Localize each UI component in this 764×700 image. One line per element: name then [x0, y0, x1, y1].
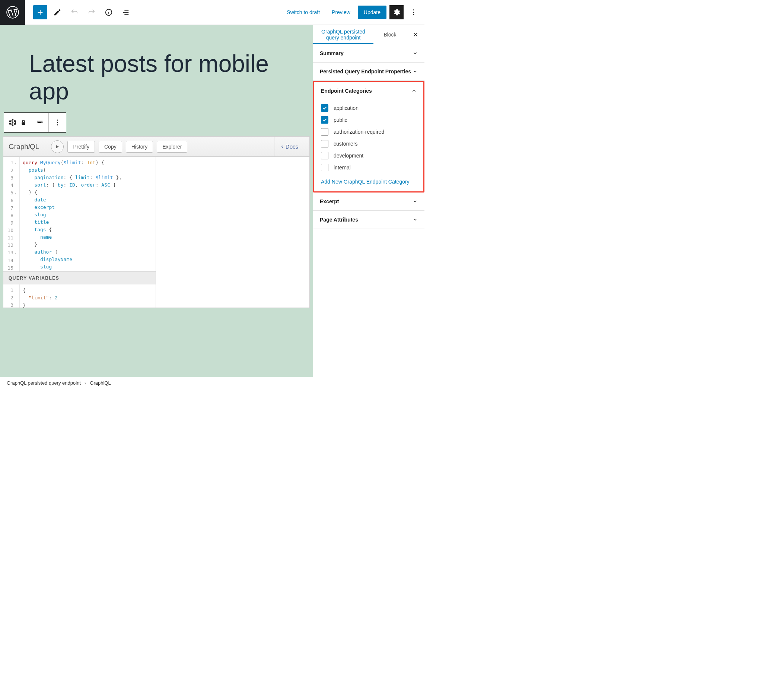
svg-point-13 [57, 122, 58, 123]
chevron-up-icon [412, 88, 416, 94]
close-icon [412, 31, 419, 38]
block-toolbar [4, 113, 66, 133]
list-icon [122, 8, 130, 16]
category-row: internal [321, 161, 416, 174]
docs-button[interactable]: Docs [274, 137, 304, 157]
breadcrumb: GraphQL persisted query endpoint › Graph… [0, 377, 424, 389]
category-row: application [321, 102, 416, 114]
category-checkbox[interactable] [321, 164, 329, 171]
panel-page-attrs: Page Attributes [313, 211, 424, 229]
chevron-down-icon [413, 51, 418, 56]
svg-rect-11 [22, 122, 25, 125]
gear-icon [393, 9, 400, 16]
execute-button[interactable] [51, 140, 64, 153]
chevron-left-icon [280, 144, 284, 149]
chevron-down-icon [413, 69, 418, 74]
breadcrumb-root[interactable]: GraphQL persisted query endpoint [7, 380, 81, 386]
toolbar-right: Switch to draft Preview Update [282, 5, 424, 19]
category-label[interactable]: authorization-required [333, 129, 384, 135]
chevron-down-icon [413, 199, 418, 204]
svg-point-3 [413, 12, 414, 13]
switch-to-draft-link[interactable]: Switch to draft [282, 6, 324, 18]
category-checkbox[interactable] [321, 116, 329, 124]
breadcrumb-current[interactable]: GraphiQL [90, 380, 111, 386]
graphql-icon [9, 118, 17, 127]
query-variables-editor[interactable]: 123 { "limit": 2 } [3, 285, 156, 308]
query-editor-pane: 1▾2345▾678910111213▾14151617181920 query… [3, 157, 156, 308]
category-row: authorization-required [321, 126, 416, 138]
tab-endpoint[interactable]: GraphQL persisted query endpoint [313, 25, 373, 44]
category-checkbox[interactable] [321, 128, 329, 136]
category-label[interactable]: development [333, 153, 363, 159]
svg-point-14 [57, 124, 58, 125]
query-editor[interactable]: 1▾2345▾678910111213▾14151617181920 query… [3, 157, 156, 271]
category-label[interactable]: application [333, 105, 359, 111]
more-vert-icon [53, 118, 61, 127]
preview-link[interactable]: Preview [327, 6, 355, 18]
category-checkbox[interactable] [321, 140, 329, 147]
panel-page-attrs-header[interactable]: Page Attributes [313, 211, 424, 229]
category-row: customers [321, 138, 416, 150]
explorer-button[interactable]: Explorer [157, 141, 187, 153]
category-label[interactable]: public [333, 117, 348, 123]
svg-point-2 [413, 9, 414, 11]
panel-properties-header[interactable]: Persisted Query Endpoint Properties [313, 63, 424, 80]
category-row: development [321, 150, 416, 161]
redo-button[interactable] [85, 5, 99, 19]
pencil-icon [53, 8, 61, 16]
info-icon [105, 8, 113, 16]
tools-button[interactable] [50, 5, 64, 19]
align-icon [36, 118, 44, 127]
close-sidebar-button[interactable] [407, 25, 424, 44]
panel-categories: Endpoint Categories applicationpublicaut… [313, 81, 424, 193]
category-checkbox[interactable] [321, 152, 329, 159]
outline-button[interactable] [119, 5, 133, 19]
info-button[interactable] [102, 5, 116, 19]
top-toolbar: Switch to draft Preview Update [0, 0, 424, 25]
editor-canvas[interactable]: Latest posts for mobile app GraphiQL Pre… [0, 25, 313, 377]
panel-summary-header[interactable]: Summary [313, 44, 424, 62]
update-button[interactable]: Update [358, 6, 387, 19]
undo-icon [70, 8, 78, 16]
panel-summary: Summary [313, 44, 424, 63]
align-cell[interactable] [31, 113, 49, 132]
results-pane [156, 157, 309, 308]
query-variables-header[interactable]: QUERY VARIABLES [3, 271, 156, 285]
lock-icon [20, 119, 27, 125]
panel-excerpt: Excerpt [313, 193, 424, 211]
add-block-button[interactable] [33, 5, 47, 19]
more-options-button[interactable] [407, 5, 421, 19]
svg-point-12 [57, 119, 58, 121]
graphiql-toolbar: GraphiQL Prettify Copy History Explorer … [3, 137, 309, 157]
breadcrumb-separator: › [85, 380, 86, 386]
wordpress-logo[interactable] [0, 0, 25, 25]
block-type-cell[interactable] [4, 113, 31, 132]
svg-point-4 [413, 14, 414, 15]
redo-icon [88, 8, 96, 16]
block-more-cell[interactable] [49, 113, 66, 132]
panel-categories-header[interactable]: Endpoint Categories [314, 82, 423, 100]
chevron-down-icon [413, 217, 418, 222]
panel-properties: Persisted Query Endpoint Properties [313, 63, 424, 81]
category-label[interactable]: customers [333, 141, 358, 147]
category-row: public [321, 114, 416, 126]
graphiql-logo: GraphiQL [9, 143, 39, 151]
settings-sidebar: GraphQL persisted query endpoint Block S… [313, 25, 424, 377]
toolbar-left [25, 5, 133, 19]
prettify-button[interactable]: Prettify [67, 141, 95, 153]
panel-excerpt-header[interactable]: Excerpt [313, 193, 424, 210]
history-button[interactable]: History [126, 141, 153, 153]
category-checkbox[interactable] [321, 104, 329, 112]
page-title[interactable]: Latest posts for mobile app [3, 28, 310, 113]
settings-button[interactable] [390, 5, 404, 19]
graphiql-block: GraphiQL Prettify Copy History Explorer … [3, 136, 310, 308]
category-label[interactable]: internal [333, 164, 351, 171]
add-category-link[interactable]: Add New GraphQL Endpoint Category [321, 179, 416, 185]
undo-button[interactable] [67, 5, 81, 19]
tab-block[interactable]: Block [373, 25, 407, 44]
sidebar-tabs: GraphQL persisted query endpoint Block [313, 25, 424, 44]
play-icon [55, 144, 59, 149]
plus-icon [36, 8, 44, 16]
copy-button[interactable]: Copy [99, 141, 122, 153]
more-vert-icon [410, 8, 418, 16]
